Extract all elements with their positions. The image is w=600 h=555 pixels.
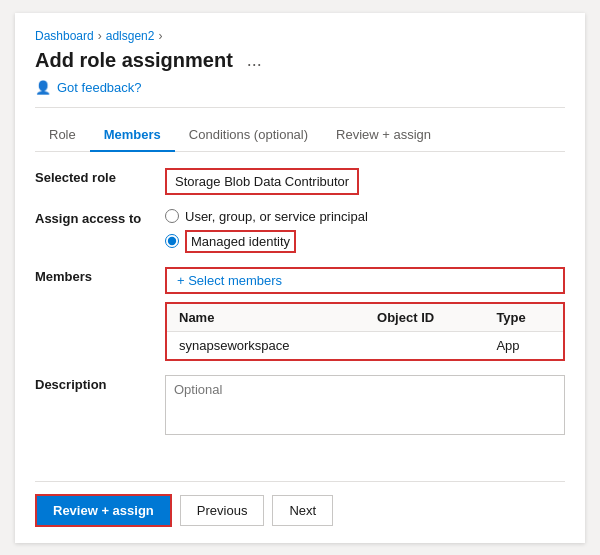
selected-role-row: Selected role Storage Blob Data Contribu… bbox=[35, 168, 565, 195]
feedback-label: Got feedback? bbox=[57, 80, 142, 95]
assign-access-row: Assign access to User, group, or service… bbox=[35, 209, 565, 253]
breadcrumb: Dashboard › adlsgen2 › bbox=[35, 29, 565, 43]
managed-identity-label-box: Managed identity bbox=[185, 230, 296, 253]
page-title: Add role assignment bbox=[35, 49, 233, 72]
breadcrumb-dashboard[interactable]: Dashboard bbox=[35, 29, 94, 43]
col-object-id: Object ID bbox=[365, 304, 484, 332]
tab-review-assign[interactable]: Review + assign bbox=[322, 119, 445, 152]
assign-access-label: Assign access to bbox=[35, 209, 165, 226]
members-label: Members bbox=[35, 267, 165, 284]
selected-role-label: Selected role bbox=[35, 168, 165, 185]
col-name: Name bbox=[167, 304, 365, 332]
tab-role[interactable]: Role bbox=[35, 119, 90, 152]
review-assign-button[interactable]: Review + assign bbox=[35, 494, 172, 527]
col-type: Type bbox=[484, 304, 563, 332]
footer: Review + assign Previous Next bbox=[35, 481, 565, 527]
assign-access-options: User, group, or service principal Manage… bbox=[165, 209, 565, 253]
divider bbox=[35, 107, 565, 108]
description-row: Description bbox=[35, 375, 565, 438]
members-table-header-row: Name Object ID Type bbox=[167, 304, 563, 332]
selected-role-box: Storage Blob Data Contributor bbox=[165, 168, 359, 195]
members-table: Name Object ID Type synapseworkspace App bbox=[167, 304, 563, 359]
breadcrumb-adlsgen2[interactable]: adlsgen2 bbox=[106, 29, 155, 43]
radio-managed-identity-input[interactable] bbox=[165, 234, 179, 248]
select-members-button[interactable]: + Select members bbox=[165, 267, 565, 294]
ellipsis-button[interactable]: ... bbox=[243, 51, 266, 69]
description-textarea[interactable] bbox=[165, 375, 565, 435]
tab-conditions[interactable]: Conditions (optional) bbox=[175, 119, 322, 152]
feedback-icon: 👤 bbox=[35, 80, 51, 95]
member-object-id bbox=[365, 331, 484, 359]
description-label: Description bbox=[35, 375, 165, 392]
selected-role-value: Storage Blob Data Contributor bbox=[165, 168, 565, 195]
previous-button[interactable]: Previous bbox=[180, 495, 265, 526]
tab-members[interactable]: Members bbox=[90, 119, 175, 152]
radio-user-group-input[interactable] bbox=[165, 209, 179, 223]
next-button[interactable]: Next bbox=[272, 495, 333, 526]
members-row: Members + Select members Name Object ID … bbox=[35, 267, 565, 361]
feedback-row[interactable]: 👤 Got feedback? bbox=[35, 80, 565, 95]
member-name: synapseworkspace bbox=[167, 331, 365, 359]
form-section: Selected role Storage Blob Data Contribu… bbox=[35, 168, 565, 469]
radio-user-group-label: User, group, or service principal bbox=[185, 209, 368, 224]
members-table-container: Name Object ID Type synapseworkspace App bbox=[165, 302, 565, 361]
tabs: Role Members Conditions (optional) Revie… bbox=[35, 118, 565, 152]
description-value bbox=[165, 375, 565, 438]
add-role-assignment-card: Dashboard › adlsgen2 › Add role assignme… bbox=[15, 13, 585, 543]
table-row: synapseworkspace App bbox=[167, 331, 563, 359]
radio-managed-identity[interactable]: Managed identity bbox=[165, 230, 565, 253]
managed-identity-label-text: Managed identity bbox=[191, 234, 290, 249]
page-title-row: Add role assignment ... bbox=[35, 49, 565, 72]
radio-user-group[interactable]: User, group, or service principal bbox=[165, 209, 565, 224]
member-type: App bbox=[484, 331, 563, 359]
members-content: + Select members Name Object ID Type bbox=[165, 267, 565, 361]
